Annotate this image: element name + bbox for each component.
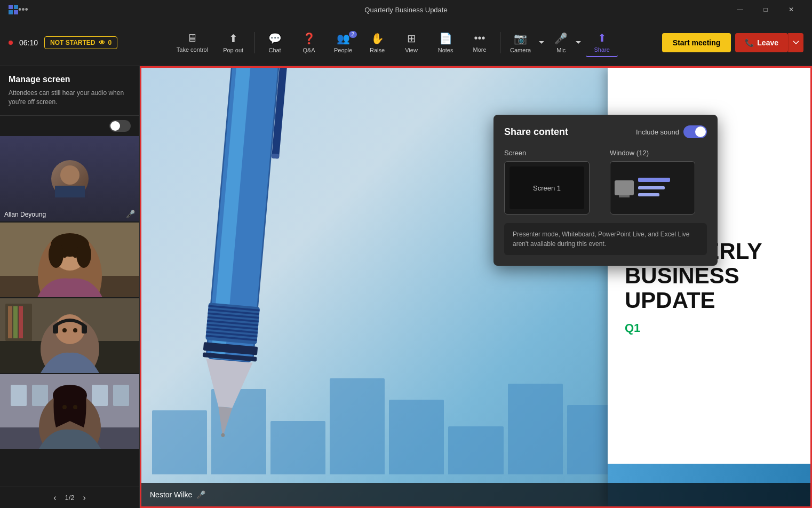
svg-rect-27 bbox=[82, 325, 87, 334]
page-info: 1/2 bbox=[65, 494, 74, 502]
share-button[interactable]: ⬆ Share bbox=[586, 28, 618, 57]
pen-illustration bbox=[141, 68, 455, 506]
take-control-button[interactable]: 🖥 Take control bbox=[170, 29, 214, 56]
svg-rect-0 bbox=[9, 5, 13, 9]
main-toggle[interactable] bbox=[109, 120, 131, 132]
chat-button[interactable]: 💬 Chat bbox=[259, 29, 291, 57]
svg-point-28 bbox=[62, 328, 67, 332]
prev-page-button[interactable]: ‹ bbox=[53, 493, 56, 503]
start-meeting-button[interactable]: Start meeting bbox=[662, 33, 731, 52]
presenter-mic-icon: 🎤 bbox=[196, 490, 205, 499]
share-dropdown-title: Share content bbox=[504, 126, 568, 138]
leave-phone-icon: 📞 bbox=[745, 38, 754, 47]
leave-button[interactable]: 📞 Leave bbox=[735, 33, 788, 52]
title-bar: ••• Quarterly Business Update — □ ✕ bbox=[0, 0, 812, 19]
window-controls[interactable]: — □ ✕ bbox=[728, 1, 803, 18]
view-button[interactable]: ⊞ View bbox=[395, 29, 427, 57]
leave-dropdown-button[interactable] bbox=[788, 33, 803, 52]
take-control-label: Take control bbox=[177, 46, 208, 53]
raise-button[interactable]: ✋ Raise bbox=[361, 29, 393, 57]
share-label: Share bbox=[594, 46, 610, 53]
qa-icon: ❓ bbox=[302, 32, 316, 45]
svg-point-15 bbox=[62, 253, 67, 258]
screen1-label: Screen 1 bbox=[533, 184, 561, 192]
svg-rect-3 bbox=[14, 10, 18, 14]
raise-icon: ✋ bbox=[371, 32, 384, 45]
window-section: Window (12) bbox=[610, 149, 707, 215]
screen1-box: Screen 1 bbox=[510, 166, 584, 209]
window-option[interactable] bbox=[610, 161, 695, 215]
svg-point-40 bbox=[62, 405, 67, 409]
notes-button[interactable]: 📄 Notes bbox=[429, 29, 461, 57]
mic-icon: 🎤 bbox=[554, 32, 568, 45]
chat-icon: 💬 bbox=[268, 32, 282, 45]
recording-indicator bbox=[9, 41, 13, 45]
include-sound-toggle[interactable] bbox=[683, 125, 707, 138]
pop-out-button[interactable]: ⬆ Pop out bbox=[217, 29, 250, 57]
share-dropdown-header: Share content Include sound bbox=[504, 125, 707, 138]
chart-bar-7 bbox=[508, 384, 563, 474]
svg-point-4 bbox=[60, 165, 79, 185]
mic-dropdown-button[interactable] bbox=[573, 37, 584, 48]
svg-rect-34 bbox=[32, 385, 48, 406]
qa-button[interactable]: ❓ Q&A bbox=[293, 29, 325, 57]
mic-label: Mic bbox=[556, 47, 566, 53]
svg-point-16 bbox=[73, 253, 77, 258]
sidebar-title: Manage screen bbox=[9, 75, 131, 84]
more-options[interactable]: ••• bbox=[18, 4, 28, 15]
camera-label: Camera bbox=[510, 47, 531, 53]
pop-out-label: Pop out bbox=[223, 47, 243, 53]
svg-rect-22 bbox=[13, 306, 18, 338]
svg-rect-26 bbox=[53, 325, 58, 334]
toolbar-items: 🖥 Take control ⬆ Pop out 💬 Chat ❓ Q&A 👥 … bbox=[128, 28, 660, 57]
slide-subtitle: Q1 bbox=[625, 321, 793, 335]
minimize-button[interactable]: — bbox=[728, 1, 752, 18]
include-sound-label: Include sound bbox=[636, 128, 679, 136]
view-label: View bbox=[405, 47, 418, 53]
presenter-bar: Nestor Wilke 🎤 bbox=[141, 483, 810, 506]
people-count-badge: 2 bbox=[349, 31, 357, 38]
svg-rect-23 bbox=[19, 306, 23, 338]
camera-group: 📷 Camera bbox=[505, 29, 547, 57]
camera-dropdown-button[interactable] bbox=[536, 37, 547, 48]
mic-button[interactable]: 🎤 Mic bbox=[549, 29, 573, 57]
include-sound-row: Include sound bbox=[636, 125, 707, 138]
mic-muted-icon: 🎤 bbox=[126, 210, 135, 218]
screen-option[interactable]: Screen 1 bbox=[504, 161, 590, 215]
toolbar-left: 06:10 NOT STARTED 👁 0 bbox=[9, 36, 117, 49]
sidebar: Manage screen Attendees can still hear y… bbox=[0, 66, 140, 508]
svg-point-13 bbox=[49, 241, 63, 268]
svg-rect-35 bbox=[92, 385, 108, 406]
notes-icon: 📄 bbox=[439, 32, 452, 45]
video-tile-1: 🎤 bbox=[0, 223, 139, 297]
main-video-area: QUARTERLY BUSINESS UPDATE Q1 Nestor Wilk… bbox=[140, 66, 812, 508]
next-page-button[interactable]: › bbox=[83, 493, 86, 503]
people-button[interactable]: 👥 People 2 bbox=[327, 29, 359, 57]
svg-point-29 bbox=[73, 328, 77, 332]
svg-rect-33 bbox=[11, 385, 27, 406]
notes-label: Notes bbox=[438, 47, 453, 53]
maximize-button[interactable]: □ bbox=[753, 1, 778, 18]
svg-rect-61 bbox=[272, 154, 280, 159]
share-note: Presenter mode, Whiteboard, PowerPoint L… bbox=[504, 223, 707, 255]
raise-label: Raise bbox=[370, 47, 385, 53]
sidebar-subtitle: Attendees can still hear your audio when… bbox=[9, 89, 131, 107]
toolbar: 06:10 NOT STARTED 👁 0 🖥 Take control ⬆ P… bbox=[0, 19, 812, 66]
more-button[interactable]: ••• More bbox=[464, 29, 496, 56]
camera-button[interactable]: 📷 Camera bbox=[505, 29, 536, 57]
view-icon: ⊞ bbox=[407, 32, 416, 45]
svg-point-41 bbox=[73, 405, 77, 409]
app-icon bbox=[9, 5, 18, 14]
video-tile-2: 🎤 bbox=[0, 298, 139, 373]
close-button[interactable]: ✕ bbox=[779, 1, 803, 18]
video-tiles-list: 🎤 bbox=[0, 223, 139, 487]
leave-button-group: 📞 Leave bbox=[735, 33, 803, 52]
screen-section: Screen Screen 1 bbox=[504, 149, 601, 215]
more-icon: ••• bbox=[474, 32, 485, 44]
window-strip-3 bbox=[638, 193, 659, 196]
qa-label: Q&A bbox=[302, 47, 315, 53]
avatar bbox=[51, 160, 89, 197]
window-section-label: Window (12) bbox=[610, 149, 707, 157]
pop-out-icon: ⬆ bbox=[229, 32, 238, 45]
svg-rect-1 bbox=[14, 5, 18, 9]
